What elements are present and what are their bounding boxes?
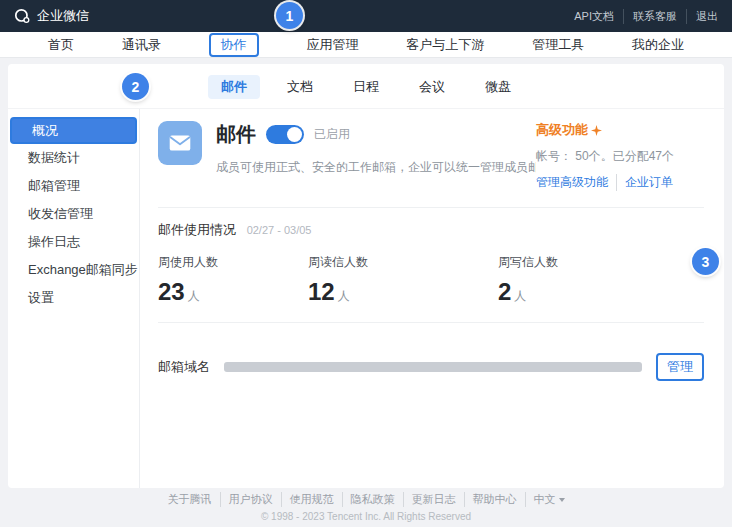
premium-accounts: 帐号： 50个。已分配47个 bbox=[536, 148, 704, 165]
annotation-step-1-badge: 1 bbox=[276, 2, 303, 29]
nav-item-collaboration[interactable]: 协作 bbox=[209, 33, 259, 57]
manage-domain-button[interactable]: 管理 bbox=[656, 353, 704, 381]
nav-item-apps[interactable]: 应用管理 bbox=[306, 36, 358, 54]
api-docs-link[interactable]: API文档 bbox=[565, 9, 623, 24]
redacted-domain-value bbox=[224, 362, 642, 372]
nav-item-my-company[interactable]: 我的企业 bbox=[632, 36, 684, 54]
sidebar-item-statistics[interactable]: 数据统计 bbox=[8, 144, 139, 172]
sidebar-item-logs[interactable]: 操作日志 bbox=[8, 228, 139, 256]
mail-sidebar: 概况 数据统计 邮箱管理 收发信管理 操作日志 Exchange邮箱同步 设置 bbox=[8, 109, 140, 488]
sidebar-item-settings[interactable]: 设置 bbox=[8, 284, 139, 312]
nav-item-admin-tools[interactable]: 管理工具 bbox=[532, 36, 584, 54]
topbar: 企业微信 API文档 联系客服 退出 bbox=[0, 0, 732, 32]
content-area: 邮件 文档 日程 会议 微盘 概况 数据统计 邮箱管理 收发信管理 操作日志 E… bbox=[0, 58, 732, 488]
stat-weekly-writers: 周写信人数 2人 bbox=[498, 254, 558, 306]
mail-admin-card: 邮件 文档 日程 会议 微盘 概况 数据统计 邮箱管理 收发信管理 操作日志 E… bbox=[8, 64, 724, 488]
card-body: 概况 数据统计 邮箱管理 收发信管理 操作日志 Exchange邮箱同步 设置 bbox=[8, 109, 724, 488]
usage-title-row: 邮件使用情况 02/27 - 03/05 bbox=[158, 221, 704, 239]
tab-calendar[interactable]: 日程 bbox=[340, 75, 392, 99]
topbar-links: API文档 联系客服 退出 bbox=[565, 9, 718, 24]
sidebar-item-mailbox-mgmt[interactable]: 邮箱管理 bbox=[8, 172, 139, 200]
contact-support-link[interactable]: 联系客服 bbox=[623, 9, 686, 24]
mail-description-row: 成员可使用正式、安全的工作邮箱，企业可以统一管理成员邮箱。 API bbox=[216, 159, 536, 176]
brand[interactable]: 企业微信 bbox=[14, 7, 89, 25]
divider bbox=[158, 207, 704, 208]
footer-language-selector[interactable]: 中文 bbox=[526, 492, 573, 507]
sidebar-item-exchange-sync[interactable]: Exchange邮箱同步 bbox=[8, 256, 139, 284]
footer-links: 关于腾讯 用户协议 使用规范 隐私政策 更新日志 帮助中心 中文 bbox=[160, 492, 573, 507]
company-orders-link[interactable]: 企业订单 bbox=[616, 174, 673, 191]
mail-domain-row: 邮箱域名 管理 bbox=[158, 353, 704, 381]
mail-app-icon bbox=[158, 121, 202, 165]
mail-header: 邮件 已启用 成员可使用正式、安全的工作邮箱，企业可以统一管理成员邮箱。 API bbox=[158, 121, 704, 191]
page-title: 邮件 bbox=[216, 121, 256, 148]
annotation-step-2-badge: 2 bbox=[122, 73, 149, 100]
mail-info: 邮件 已启用 成员可使用正式、安全的工作邮箱，企业可以统一管理成员邮箱。 API bbox=[216, 121, 536, 191]
manage-premium-link[interactable]: 管理高级功能 bbox=[536, 174, 608, 191]
tab-meeting[interactable]: 会议 bbox=[406, 75, 458, 99]
tab-drive[interactable]: 微盘 bbox=[472, 75, 524, 99]
status-label: 已启用 bbox=[314, 126, 350, 143]
mail-description: 成员可使用正式、安全的工作邮箱，企业可以统一管理成员邮箱。 bbox=[216, 159, 536, 176]
stat-unit: 人 bbox=[188, 289, 200, 303]
wework-logo-icon bbox=[14, 8, 30, 24]
stat-unit: 人 bbox=[514, 289, 526, 303]
main-nav: 首页 通讯录 协作 应用管理 客户与上下游 管理工具 我的企业 bbox=[0, 32, 732, 58]
stat-label: 周读信人数 bbox=[308, 254, 498, 271]
mail-title-row: 邮件 已启用 bbox=[216, 121, 536, 148]
logout-link[interactable]: 退出 bbox=[686, 9, 718, 24]
stat-value: 12人 bbox=[308, 278, 498, 306]
stat-unit: 人 bbox=[338, 289, 350, 303]
usage-date-range: 02/27 - 03/05 bbox=[247, 224, 312, 236]
tab-mail[interactable]: 邮件 bbox=[208, 75, 260, 99]
domain-label: 邮箱域名 bbox=[158, 358, 210, 376]
footer-link-about[interactable]: 关于腾讯 bbox=[160, 492, 221, 507]
premium-title: 高级功能 bbox=[536, 121, 588, 139]
usage-title: 邮件使用情况 bbox=[158, 222, 236, 237]
stat-value: 23人 bbox=[158, 278, 308, 306]
nav-item-customers[interactable]: 客户与上下游 bbox=[406, 36, 484, 54]
stat-value: 2人 bbox=[498, 278, 558, 306]
footer-link-help-center[interactable]: 帮助中心 bbox=[465, 492, 526, 507]
stat-label: 周写信人数 bbox=[498, 254, 558, 271]
premium-title-row: 高级功能 bbox=[536, 121, 704, 139]
chevron-down-icon bbox=[559, 498, 565, 502]
toggle-knob bbox=[287, 127, 302, 142]
annotation-step-3-badge: 3 bbox=[692, 248, 719, 275]
mail-main-panel: 邮件 已启用 成员可使用正式、安全的工作邮箱，企业可以统一管理成员邮箱。 API bbox=[140, 109, 724, 488]
sparkle-icon bbox=[591, 125, 602, 136]
stat-label: 周使用人数 bbox=[158, 254, 308, 271]
footer-link-usage-rules[interactable]: 使用规范 bbox=[282, 492, 343, 507]
sidebar-item-overview[interactable]: 概况 bbox=[10, 117, 137, 144]
copyright-text: © 1998 - 2023 Tencent Inc. All Rights Re… bbox=[0, 511, 732, 522]
sidebar-item-send-receive[interactable]: 收发信管理 bbox=[8, 200, 139, 228]
nav-item-home[interactable]: 首页 bbox=[48, 36, 74, 54]
page-footer: 关于腾讯 用户协议 使用规范 隐私政策 更新日志 帮助中心 中文 © 1998 … bbox=[0, 489, 732, 522]
collaboration-subtabs: 邮件 文档 日程 会议 微盘 bbox=[8, 64, 724, 109]
stat-weekly-users: 周使用人数 23人 bbox=[158, 254, 308, 306]
mail-enabled-toggle[interactable] bbox=[266, 125, 304, 144]
premium-links: 管理高级功能 企业订单 bbox=[536, 174, 704, 191]
premium-panel: 高级功能 帐号： 50个。已分配47个 管理高级功能 企业订单 bbox=[536, 121, 704, 191]
footer-link-privacy[interactable]: 隐私政策 bbox=[343, 492, 404, 507]
nav-item-contacts[interactable]: 通讯录 bbox=[122, 36, 161, 54]
brand-name: 企业微信 bbox=[37, 7, 89, 25]
footer-link-user-agreement[interactable]: 用户协议 bbox=[221, 492, 282, 507]
tab-docs[interactable]: 文档 bbox=[274, 75, 326, 99]
footer-link-changelog[interactable]: 更新日志 bbox=[404, 492, 465, 507]
divider bbox=[158, 322, 704, 323]
stat-weekly-readers: 周读信人数 12人 bbox=[308, 254, 498, 306]
usage-stats: 周使用人数 23人 周读信人数 12人 周写信人数 bbox=[158, 254, 704, 306]
